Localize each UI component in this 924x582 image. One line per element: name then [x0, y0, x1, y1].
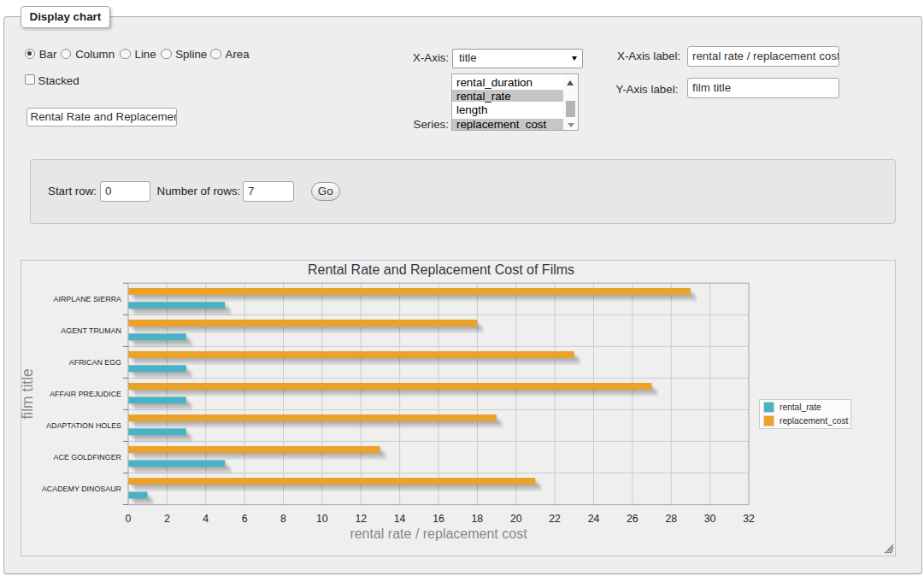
svg-text:AGENT TRUMAN: AGENT TRUMAN: [61, 326, 121, 335]
svg-text:28: 28: [665, 513, 677, 525]
svg-text:film title: film title: [21, 368, 36, 419]
svg-text:16: 16: [433, 513, 444, 525]
svg-text:rental rate / replacement cost: rental rate / replacement cost: [350, 526, 527, 541]
svg-text:6: 6: [242, 513, 248, 525]
svg-text:0: 0: [126, 513, 132, 525]
svg-text:20: 20: [510, 513, 522, 525]
svg-text:AFFAIR PREJUDICE: AFFAIR PREJUDICE: [50, 390, 121, 398]
svg-text:10: 10: [316, 513, 328, 525]
svg-text:ADAPTATION HOLES: ADAPTATION HOLES: [46, 421, 121, 430]
svg-text:ACE GOLDFINGER: ACE GOLDFINGER: [54, 453, 121, 461]
svg-text:8: 8: [280, 513, 286, 525]
svg-text:replacement_cost: replacement_cost: [780, 416, 849, 426]
svg-text:26: 26: [627, 513, 639, 525]
svg-text:30: 30: [704, 513, 716, 525]
svg-text:rental_rate: rental_rate: [780, 403, 821, 412]
svg-text:22: 22: [549, 513, 561, 525]
svg-text:Rental Rate and Replacement Co: Rental Rate and Replacement Cost of Film…: [308, 262, 574, 277]
svg-text:32: 32: [743, 513, 755, 525]
svg-text:24: 24: [588, 513, 600, 525]
svg-text:ACADEMY DINOSAUR: ACADEMY DINOSAUR: [42, 485, 121, 493]
svg-text:12: 12: [355, 513, 367, 525]
svg-text:18: 18: [472, 513, 484, 525]
svg-text:4: 4: [203, 513, 209, 525]
svg-text:14: 14: [394, 513, 406, 525]
svg-text:2: 2: [164, 513, 170, 525]
svg-text:AIRPLANE SIERRA: AIRPLANE SIERRA: [54, 295, 121, 303]
svg-text:AFRICAN EGG: AFRICAN EGG: [69, 358, 121, 367]
